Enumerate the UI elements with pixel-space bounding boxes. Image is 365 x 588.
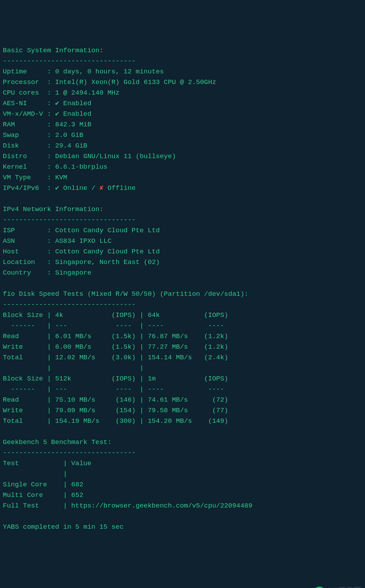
- kv-line: Host : Cotton Candy Cloud Pte Ltd: [3, 248, 160, 256]
- kv-line: VM Type : KVM: [3, 174, 67, 181]
- section-title-sysinfo: Basic System Information:: [3, 47, 103, 54]
- geek-row: Single Core | 682: [3, 481, 83, 488]
- watermark-logo-icon: [313, 587, 326, 588]
- fio-header: Block Size | 4k (IOPS) | 64k (IOPS): [3, 311, 228, 319]
- geek-row: Multi Core | 652: [3, 491, 83, 499]
- kv-line: Uptime : 0 days, 0 hours, 12 minutes: [3, 68, 164, 76]
- fio-blank: | |: [3, 364, 228, 372]
- kv-line: Disk : 29.4 GiB: [3, 142, 87, 150]
- fio-sep: ------ | --- ---- | ---- ----: [3, 385, 228, 393]
- section-title-geekbench: Geekbench 5 Benchmark Test:: [3, 438, 112, 446]
- rule: ---------------------------------: [3, 449, 136, 457]
- fio-row: Read | 75.10 MB/s (146) | 74.61 MB/s (72…: [3, 396, 228, 404]
- yabs-footer: YABS completed in 5 min 15 sec: [3, 523, 124, 531]
- fio-row: Read | 6.01 MB/s (1.5k) | 76.87 MB/s (1.…: [3, 332, 228, 340]
- kv-line: CPU cores : 1 @ 2494.140 MHz: [3, 89, 120, 97]
- kv-line-ipv: IPv4/IPv6 : ✔ Online / ✘ Offline: [3, 184, 136, 192]
- fio-sep: ------ | --- ---- | ---- ----: [3, 322, 228, 330]
- fio-header: Block Size | 512k (IOPS) | 1m (IOPS): [3, 375, 228, 383]
- fio-row: Write | 79.09 MB/s (154) | 79.58 MB/s (7…: [3, 407, 228, 414]
- rule: ---------------------------------: [3, 216, 136, 224]
- geek-header: Test | Value: [3, 460, 91, 467]
- fio-row: Write | 6.00 MB/s (1.5k) | 77.27 MB/s (1…: [3, 343, 228, 351]
- kv-line: ISP : Cotton Candy Cloud Pte Ltd: [3, 227, 160, 234]
- kv-line: Processor : Intel(R) Xeon(R) Gold 6133 C…: [3, 78, 216, 86]
- kv-line: Distro : Debian GNU/Linux 11 (bullseye): [3, 152, 176, 160]
- kv-line: VM-x/AMD-V : ✔ Enabled: [3, 110, 91, 118]
- kv-line: RAM : 842.3 MiB: [3, 121, 91, 128]
- fio-row: Total | 12.02 MB/s (3.0k) | 154.14 MB/s …: [3, 354, 228, 361]
- kv-line: Country : Singapore: [3, 269, 91, 277]
- rule: ---------------------------------: [3, 301, 136, 308]
- rule: ---------------------------------: [3, 57, 136, 65]
- geek-blank: |: [3, 470, 71, 478]
- geek-row: Full Test | https://browser.geekbench.co…: [3, 502, 252, 510]
- section-title-fio: fio Disk Speed Tests (Mixed R/W 50/50) (…: [3, 290, 249, 298]
- watermark: DZ插件网 ——DZ-X.NET——: [313, 587, 361, 588]
- kv-line: Swap : 2.0 GiB: [3, 131, 83, 139]
- kv-line: Kernel : 6.6.1-bbrplus: [3, 163, 107, 171]
- kv-line: ASN : AS834 IPXO LLC: [3, 237, 112, 245]
- cross-icon: ✘: [100, 184, 103, 192]
- kv-line: AES-NI : ✔ Enabled: [3, 100, 91, 107]
- section-title-netinfo: IPv4 Network Information:: [3, 205, 103, 213]
- kv-line: Location : Singapore, North East (02): [3, 258, 160, 266]
- fio-row: Total | 154.19 MB/s (300) | 154.20 MB/s …: [3, 417, 228, 425]
